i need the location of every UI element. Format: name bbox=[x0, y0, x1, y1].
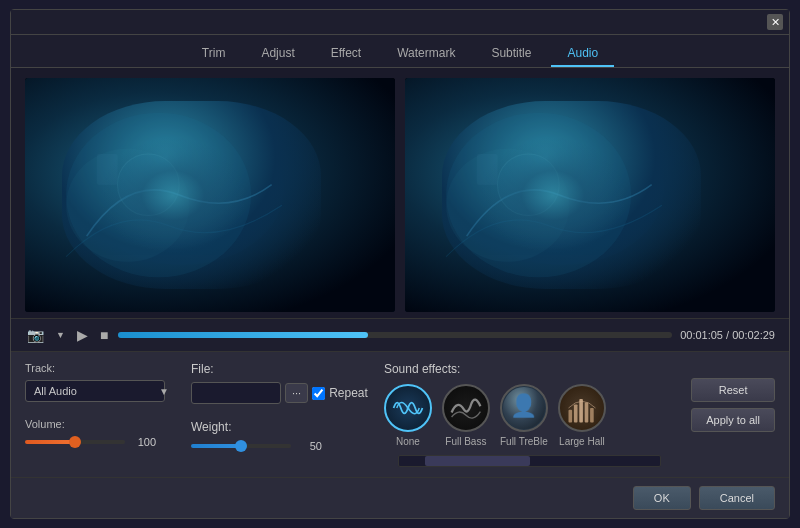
effect-large-hall-label: Large Hall bbox=[559, 436, 605, 447]
file-input-row: ··· Repeat bbox=[191, 382, 368, 404]
large-hall-wave-svg bbox=[564, 390, 600, 426]
svg-point-8 bbox=[407, 407, 410, 410]
sound-effects-section: Sound effects: None bbox=[384, 362, 675, 467]
volume-row: 100 bbox=[25, 436, 175, 448]
svg-rect-10 bbox=[574, 404, 578, 422]
repeat-row: Repeat bbox=[312, 386, 368, 400]
tab-trim[interactable]: Trim bbox=[186, 41, 242, 67]
edit-dialog: ✕ Trim Adjust Effect Watermark Subtitle … bbox=[10, 9, 790, 519]
tab-effect[interactable]: Effect bbox=[315, 41, 377, 67]
tab-adjust[interactable]: Adjust bbox=[245, 41, 310, 67]
stop-button[interactable]: ■ bbox=[98, 325, 110, 345]
svg-rect-9 bbox=[568, 410, 572, 423]
tab-watermark[interactable]: Watermark bbox=[381, 41, 471, 67]
time-display: 00:01:05 / 00:02:29 bbox=[680, 329, 775, 341]
svg-rect-11 bbox=[579, 399, 583, 422]
reset-button[interactable]: Reset bbox=[691, 378, 775, 402]
volume-label: Volume: bbox=[25, 418, 175, 430]
volume-slider[interactable] bbox=[25, 440, 125, 444]
repeat-checkbox[interactable] bbox=[312, 387, 325, 400]
current-time: 00:01:05 bbox=[680, 329, 723, 341]
preview-area bbox=[11, 68, 789, 318]
apply-to-all-button[interactable]: Apply to all bbox=[691, 408, 775, 432]
effect-full-treble-icon: 👤 bbox=[500, 384, 548, 432]
svg-point-5 bbox=[446, 149, 569, 262]
action-buttons: Reset Apply to all bbox=[691, 378, 775, 432]
preview-before bbox=[25, 78, 395, 312]
effect-full-treble[interactable]: 👤 Full TreBle bbox=[500, 384, 548, 447]
svg-point-6 bbox=[498, 154, 560, 216]
file-section: File: ··· Repeat Weight: 50 bbox=[191, 362, 368, 452]
weight-row: 50 bbox=[191, 440, 368, 452]
file-browse-button[interactable]: ··· bbox=[285, 383, 308, 403]
track-select-wrapper: All Audio Track 1 Track 2 ▼ bbox=[25, 380, 175, 402]
cancel-button[interactable]: Cancel bbox=[699, 486, 775, 510]
svg-rect-7 bbox=[477, 154, 498, 185]
movie-frame-before bbox=[25, 78, 395, 312]
file-input[interactable] bbox=[191, 382, 281, 404]
time-sep: / bbox=[723, 329, 732, 341]
volume-value: 100 bbox=[131, 436, 156, 448]
tab-subtitle[interactable]: Subtitle bbox=[475, 41, 547, 67]
dropdown-button[interactable]: ▼ bbox=[54, 328, 67, 342]
movie-overlay-before bbox=[25, 78, 395, 312]
track-select[interactable]: All Audio Track 1 Track 2 bbox=[25, 380, 165, 402]
progress-fill bbox=[118, 332, 367, 338]
effect-full-bass-label: Full Bass bbox=[445, 436, 486, 447]
full-bass-wave-svg bbox=[448, 390, 484, 426]
sound-effects-row: None Full Bass bbox=[384, 384, 675, 447]
close-button[interactable]: ✕ bbox=[767, 14, 783, 30]
svg-point-2 bbox=[118, 154, 180, 216]
file-label: File: bbox=[191, 362, 368, 376]
track-label: Track: bbox=[25, 362, 175, 374]
effect-large-hall-icon bbox=[558, 384, 606, 432]
weight-slider[interactable] bbox=[191, 444, 291, 448]
bottom-controls: Track: All Audio Track 1 Track 2 ▼ Volum… bbox=[11, 352, 789, 477]
weight-value: 50 bbox=[297, 440, 322, 452]
play-button[interactable]: ▶ bbox=[75, 325, 90, 345]
effect-full-treble-label: Full TreBle bbox=[500, 436, 548, 447]
movie-frame-after bbox=[405, 78, 775, 312]
effect-large-hall[interactable]: Large Hall bbox=[558, 384, 606, 447]
preview-after bbox=[405, 78, 775, 312]
bottom-bar: OK Cancel bbox=[11, 477, 789, 518]
controls-bar: 📷 ▼ ▶ ■ 00:01:05 / 00:02:29 bbox=[11, 318, 789, 352]
total-time: 00:02:29 bbox=[732, 329, 775, 341]
effects-scrollbar-thumb bbox=[425, 456, 530, 466]
effect-full-bass-icon bbox=[442, 384, 490, 432]
effect-none-label: None bbox=[396, 436, 420, 447]
repeat-label: Repeat bbox=[329, 386, 368, 400]
ok-button[interactable]: OK bbox=[633, 486, 691, 510]
svg-point-1 bbox=[66, 149, 189, 262]
progress-bar[interactable] bbox=[118, 332, 672, 338]
effects-scrollbar[interactable] bbox=[398, 455, 661, 467]
tab-audio[interactable]: Audio bbox=[551, 41, 614, 67]
movie-overlay-after bbox=[405, 78, 775, 312]
effect-full-bass[interactable]: Full Bass bbox=[442, 384, 490, 447]
svg-rect-13 bbox=[590, 408, 594, 422]
weight-label: Weight: bbox=[191, 420, 368, 434]
camera-button[interactable]: 📷 bbox=[25, 325, 46, 345]
effect-none-icon bbox=[384, 384, 432, 432]
tab-bar: Trim Adjust Effect Watermark Subtitle Au… bbox=[11, 35, 789, 68]
effect-none[interactable]: None bbox=[384, 384, 432, 447]
svg-rect-12 bbox=[585, 403, 589, 423]
track-section: Track: All Audio Track 1 Track 2 ▼ Volum… bbox=[25, 362, 175, 448]
sound-effects-label: Sound effects: bbox=[384, 362, 675, 376]
svg-rect-3 bbox=[97, 154, 118, 185]
title-bar: ✕ bbox=[11, 10, 789, 35]
none-wave-svg bbox=[390, 390, 426, 426]
